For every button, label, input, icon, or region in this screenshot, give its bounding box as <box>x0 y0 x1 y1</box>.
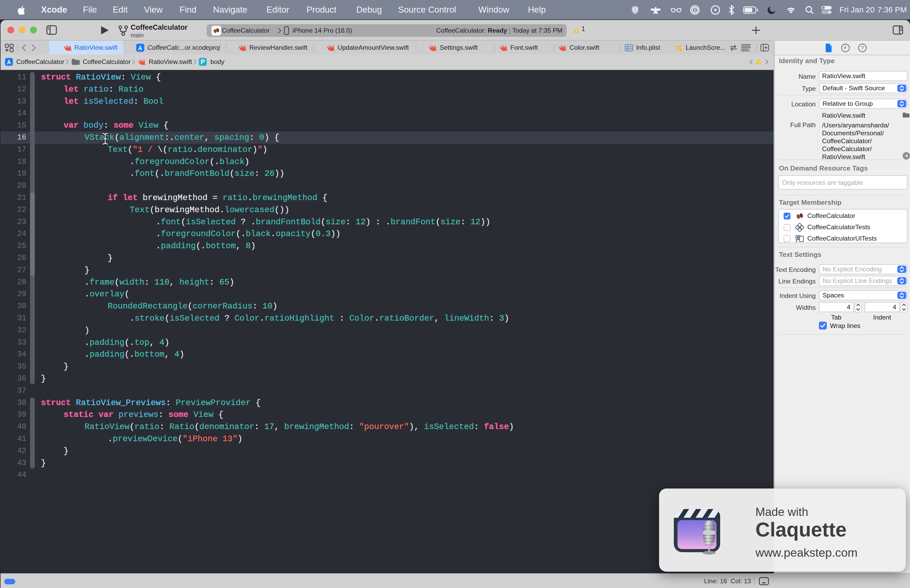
svg-text:?: ? <box>861 45 864 51</box>
